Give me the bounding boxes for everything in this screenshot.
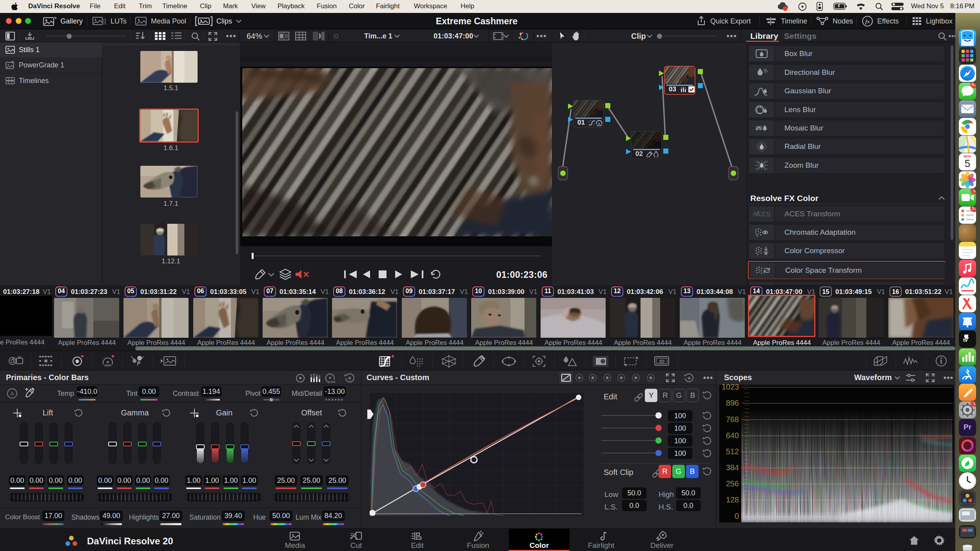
svg-text:HDR: HDR xyxy=(104,364,111,367)
svg-text:fx: fx xyxy=(866,18,870,24)
svg-text:HDR: HDR xyxy=(597,124,602,127)
svg-text:LOG: LOG xyxy=(328,380,335,384)
svg-text:A: A xyxy=(11,391,14,397)
svg-text:ACES: ACES xyxy=(753,210,770,218)
svg-text:3D: 3D xyxy=(659,359,664,364)
